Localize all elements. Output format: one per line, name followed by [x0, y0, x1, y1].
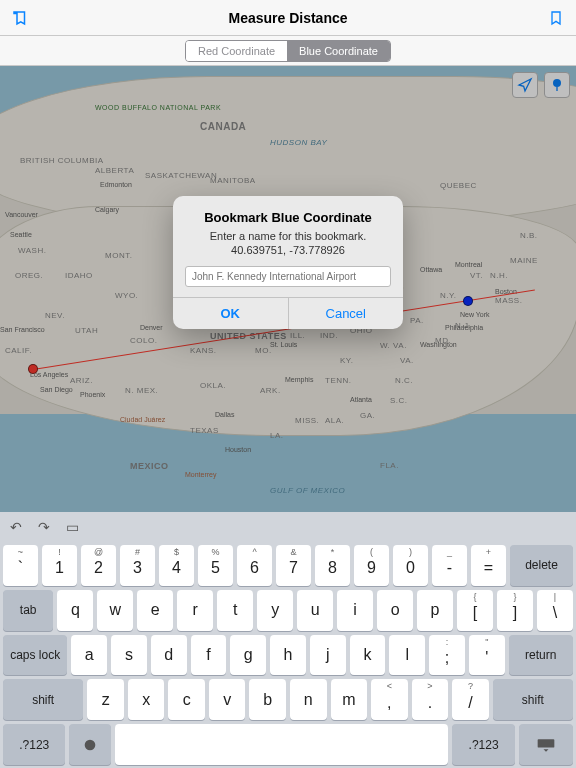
modal-backdrop: Bookmark Blue Coordinate Enter a name fo…: [0, 66, 576, 512]
bookmark-icon[interactable]: [546, 8, 566, 28]
bookmarks-icon[interactable]: [10, 8, 30, 28]
key-d[interactable]: d: [151, 635, 187, 676]
key-capslock[interactable]: caps lock: [3, 635, 67, 676]
key-shift-right[interactable]: shift: [493, 679, 573, 720]
key-7[interactable]: &7: [276, 545, 311, 586]
key-f[interactable]: f: [191, 635, 227, 676]
key-2[interactable]: @2: [81, 545, 116, 586]
key-c[interactable]: c: [168, 679, 205, 720]
key-=[interactable]: +=: [471, 545, 506, 586]
key-g[interactable]: g: [230, 635, 266, 676]
dialog-title: Bookmark Blue Coordinate: [185, 210, 391, 225]
undo-icon[interactable]: ↶: [10, 519, 22, 535]
key-h[interactable]: h: [270, 635, 306, 676]
key-6[interactable]: ^6: [237, 545, 272, 586]
key-y[interactable]: y: [257, 590, 293, 631]
key-x[interactable]: x: [128, 679, 165, 720]
key-0[interactable]: )0: [393, 545, 428, 586]
key-/[interactable]: ?/: [452, 679, 489, 720]
key-p[interactable]: p: [417, 590, 453, 631]
dialog-message: Enter a name for this bookmark.40.639751…: [185, 229, 391, 258]
key-'[interactable]: "': [469, 635, 505, 676]
seg-red[interactable]: Red Coordinate: [186, 41, 287, 61]
key-v[interactable]: v: [209, 679, 246, 720]
coordinate-segmented-control[interactable]: Red Coordinate Blue Coordinate: [185, 40, 391, 62]
redo-icon[interactable]: ↷: [38, 519, 50, 535]
key-,[interactable]: <,: [371, 679, 408, 720]
bookmark-dialog: Bookmark Blue Coordinate Enter a name fo…: [173, 196, 403, 329]
key-z[interactable]: z: [87, 679, 124, 720]
key-4[interactable]: $4: [159, 545, 194, 586]
key-shift-left[interactable]: shift: [3, 679, 83, 720]
key-t[interactable]: t: [217, 590, 253, 631]
key-9[interactable]: (9: [354, 545, 389, 586]
key-tab[interactable]: tab: [3, 590, 53, 631]
key-u[interactable]: u: [297, 590, 333, 631]
key-w[interactable]: w: [97, 590, 133, 631]
bookmark-name-input[interactable]: [185, 266, 391, 287]
page-title: Measure Distance: [0, 10, 576, 26]
key-hide-keyboard[interactable]: [519, 724, 573, 765]
ok-button[interactable]: OK: [173, 298, 289, 329]
key-symbols-right[interactable]: .?123: [452, 724, 514, 765]
key-][interactable]: }]: [497, 590, 533, 631]
key-return[interactable]: return: [509, 635, 573, 676]
keyboard-toolbar: ↶ ↷ ▭: [0, 512, 576, 542]
key-8[interactable]: *8: [315, 545, 350, 586]
key-m[interactable]: m: [331, 679, 368, 720]
key-o[interactable]: o: [377, 590, 413, 631]
key-k[interactable]: k: [350, 635, 386, 676]
key--[interactable]: _-: [432, 545, 467, 586]
key-b[interactable]: b: [249, 679, 286, 720]
key-s[interactable]: s: [111, 635, 147, 676]
key-r[interactable]: r: [177, 590, 213, 631]
key-\[interactable]: |\: [537, 590, 573, 631]
clipboard-icon[interactable]: ▭: [66, 519, 79, 535]
key-a[interactable]: a: [71, 635, 107, 676]
key-`[interactable]: ~`: [3, 545, 38, 586]
key-j[interactable]: j: [310, 635, 346, 676]
svg-rect-2: [538, 739, 555, 747]
key-delete[interactable]: delete: [510, 545, 573, 586]
key-3[interactable]: #3: [120, 545, 155, 586]
key-5[interactable]: %5: [198, 545, 233, 586]
key-e[interactable]: e: [137, 590, 173, 631]
key-globe[interactable]: [69, 724, 111, 765]
key-n[interactable]: n: [290, 679, 327, 720]
seg-blue[interactable]: Blue Coordinate: [287, 41, 390, 61]
header-bar: Measure Distance: [0, 0, 576, 36]
svg-point-1: [85, 739, 96, 750]
keyboard[interactable]: ↶ ↷ ▭ ~`!1@2#3$4%5^6&7*8(9)0_-+=delete t…: [0, 512, 576, 768]
key-.[interactable]: >.: [412, 679, 449, 720]
key-[[interactable]: {[: [457, 590, 493, 631]
segmented-control-bar: Red Coordinate Blue Coordinate: [0, 36, 576, 66]
key-1[interactable]: !1: [42, 545, 77, 586]
key-l[interactable]: l: [389, 635, 425, 676]
key-i[interactable]: i: [337, 590, 373, 631]
key-symbols-left[interactable]: .?123: [3, 724, 65, 765]
key-q[interactable]: q: [57, 590, 93, 631]
key-;[interactable]: :;: [429, 635, 465, 676]
map-container[interactable]: Canada United States Mexico Hudson Bay G…: [0, 66, 576, 512]
key-space[interactable]: [115, 724, 448, 765]
cancel-button[interactable]: Cancel: [289, 298, 404, 329]
